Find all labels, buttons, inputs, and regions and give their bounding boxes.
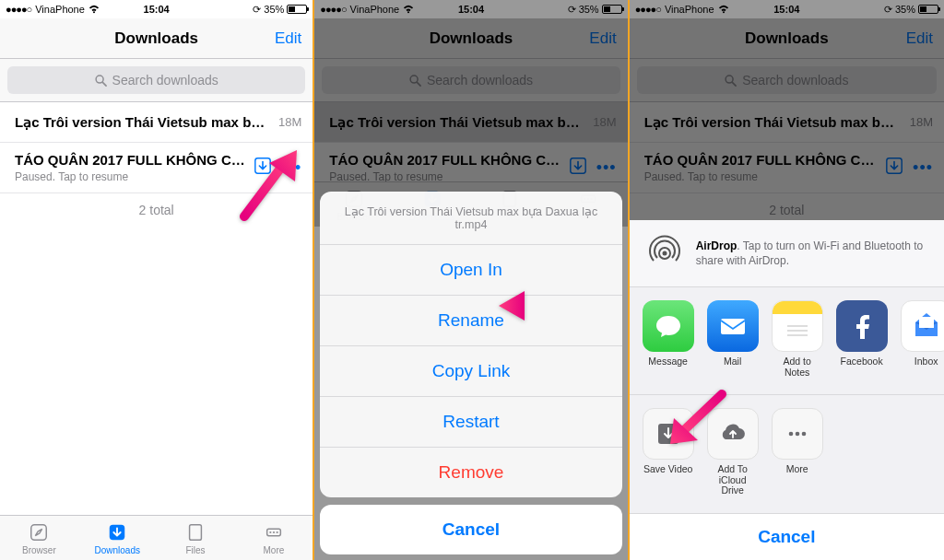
svg-rect-5: [190, 524, 202, 540]
svg-point-33: [801, 432, 806, 437]
item-title: TÁO QUÂN 2017 FULL KHÔNG CẮT (CH...: [15, 152, 246, 169]
save-video-icon: [655, 421, 681, 447]
sheet-filename: Lạc Trôi version Thái Vietsub max bựa Da…: [320, 192, 621, 245]
airdrop-section[interactable]: AirDrop. Tap to turn on Wi-Fi and Blueto…: [630, 220, 944, 287]
sheet-copy-link[interactable]: Copy Link: [320, 346, 621, 397]
airdrop-icon: [644, 233, 685, 274]
share-apps-row: Message Mail Add to Notes Facebook Inbox: [630, 287, 944, 395]
svg-rect-25: [721, 319, 745, 334]
app-label: Facebook: [841, 356, 883, 368]
action-label: Save Video: [643, 464, 693, 475]
action-label: More: [786, 464, 808, 475]
action-save-video[interactable]: Save Video: [643, 408, 694, 496]
list-item[interactable]: Lạc Trôi version Thái Vietsub max bựa:..…: [0, 102, 313, 143]
share-app-notes[interactable]: Add to Notes: [772, 300, 823, 378]
wifi-icon: [88, 5, 100, 14]
item-subtitle: Paused. Tap to resume: [15, 170, 246, 183]
tab-label: More: [264, 545, 285, 555]
app-label: Inbox: [914, 356, 938, 368]
search-input[interactable]: Search downloads: [7, 66, 305, 94]
svg-point-24: [662, 251, 667, 256]
sheet-rename[interactable]: Rename: [320, 296, 621, 346]
message-icon: [654, 311, 683, 341]
more-icon: [263, 521, 285, 543]
tab-browser[interactable]: Browser: [0, 516, 78, 560]
screen-1: ●●●●○ VinaPhone 15:04 ⟳ 35% Downloads Ed…: [0, 0, 314, 560]
clock: 15:04: [106, 4, 206, 15]
share-app-message[interactable]: Message: [643, 300, 694, 378]
download-resume-button[interactable]: [254, 157, 272, 179]
action-sheet: Lạc Trôi version Thái Vietsub max bựa Da…: [320, 192, 621, 497]
signal-dots-icon: ●●●●○: [6, 4, 31, 15]
sheet-remove[interactable]: Remove: [320, 448, 621, 497]
download-icon: [254, 157, 272, 175]
svg-point-32: [795, 432, 799, 437]
share-app-mail[interactable]: Mail: [707, 300, 759, 378]
sheet-cancel-button[interactable]: Cancel: [320, 505, 621, 554]
action-icloud-drive[interactable]: Add To iCloud Drive: [707, 408, 759, 496]
tab-label: Files: [186, 545, 206, 555]
svg-point-9: [276, 531, 277, 532]
search-icon: [95, 75, 107, 87]
sheet-restart[interactable]: Restart: [320, 397, 621, 448]
share-sheet-backdrop[interactable]: AirDrop. Tap to turn on Wi-Fi and Blueto…: [630, 0, 944, 560]
carrier-label: VinaPhone: [35, 4, 85, 15]
inbox-icon: [910, 309, 943, 343]
battery-percent: 35%: [264, 4, 284, 15]
compass-icon: [28, 521, 50, 543]
search-placeholder: Search downloads: [112, 73, 218, 88]
svg-point-31: [788, 432, 793, 437]
mail-icon: [717, 310, 749, 342]
screen-3: ●●●●○ VinaPhone 15:04 ⟳ 35% DownloadsEdi…: [630, 0, 944, 560]
svg-rect-29: [919, 317, 934, 328]
share-app-inbox[interactable]: Inbox: [901, 300, 944, 378]
tab-label: Browser: [22, 545, 56, 555]
svg-line-1: [102, 82, 106, 86]
app-label: Mail: [724, 356, 741, 368]
item-more-button[interactable]: •••: [281, 158, 301, 178]
tab-bar: Browser Downloads Files More: [0, 515, 313, 560]
action-more[interactable]: More: [772, 408, 823, 496]
edit-button[interactable]: Edit: [275, 29, 301, 48]
page-title: Downloads: [114, 29, 198, 48]
share-actions-row: Save Video Add To iCloud Drive More: [630, 395, 944, 514]
share-sheet: AirDrop. Tap to turn on Wi-Fi and Blueto…: [630, 220, 944, 560]
svg-point-8: [273, 531, 275, 532]
item-title: Lạc Trôi version Thái Vietsub max bựa:..…: [15, 114, 271, 131]
item-size: 18M: [278, 115, 301, 129]
app-label: Message: [648, 356, 688, 368]
share-cancel-button[interactable]: Cancel: [630, 514, 944, 560]
action-label: Add To iCloud Drive: [707, 464, 759, 496]
total-count: 2 total: [0, 193, 313, 227]
action-sheet-backdrop[interactable]: Lạc Trôi version Thái Vietsub max bựa Da…: [314, 0, 627, 560]
download-tab-icon: [106, 521, 128, 543]
facebook-icon: [849, 313, 875, 339]
status-bar: ●●●●○ VinaPhone 15:04 ⟳ 35%: [0, 0, 313, 18]
app-label: Add to Notes: [772, 356, 823, 378]
tab-more[interactable]: More: [234, 516, 313, 560]
icloud-icon: [718, 421, 748, 447]
notes-icon: [784, 323, 811, 340]
svg-point-7: [269, 531, 271, 532]
sheet-open-in[interactable]: Open In: [320, 245, 621, 296]
battery-icon: [287, 5, 307, 14]
files-icon: [184, 521, 206, 543]
share-app-facebook[interactable]: Facebook: [836, 300, 888, 378]
tab-downloads[interactable]: Downloads: [78, 516, 157, 560]
tab-label: Downloads: [95, 545, 140, 555]
more-action-icon: [785, 421, 810, 447]
airdrop-text: AirDrop. Tap to turn on Wi-Fi and Blueto…: [696, 239, 929, 268]
tab-files[interactable]: Files: [157, 516, 235, 560]
svg-rect-3: [31, 524, 47, 540]
downloads-list: Lạc Trôi version Thái Vietsub max bựa:..…: [0, 102, 313, 227]
refresh-icon: ⟳: [253, 4, 261, 16]
nav-bar: Downloads Edit: [0, 18, 313, 59]
screen-2: ●●●●○ VinaPhone 15:04 ⟳ 35% Downloads Ed…: [314, 0, 629, 560]
list-item[interactable]: TÁO QUÂN 2017 FULL KHÔNG CẮT (CH... Paus…: [0, 143, 313, 193]
